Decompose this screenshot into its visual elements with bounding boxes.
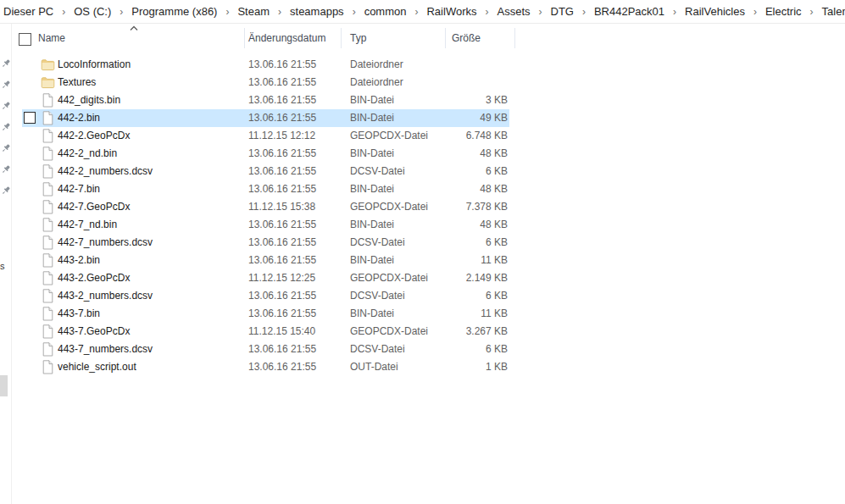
column-resize-handle[interactable] — [341, 28, 342, 48]
file-type: Dateiordner — [350, 56, 403, 74]
file-date: 13.06.16 21:55 — [248, 341, 316, 358]
file-list: LocoInformation 13.06.16 21:55 Dateiordn… — [0, 56, 845, 376]
breadcrumb-item[interactable]: Programme (x86) — [130, 5, 219, 18]
file-name: 443-2.GeoPcDx — [58, 269, 244, 287]
file-icon — [41, 129, 55, 143]
file-row[interactable]: 443-7_numbers.dcsv 13.06.16 21:55 DCSV-D… — [22, 341, 509, 358]
file-icon — [41, 200, 55, 214]
nav-scrollbar-thumb[interactable] — [0, 375, 8, 396]
file-size: 3.267 KB — [414, 323, 508, 341]
folder-icon — [41, 75, 55, 90]
file-icon — [41, 289, 55, 303]
file-date: 13.06.16 21:55 — [248, 287, 316, 305]
file-icon — [41, 218, 55, 232]
file-row[interactable]: 442-7_numbers.dcsv 13.06.16 21:55 DCSV-D… — [22, 234, 509, 252]
column-resize-handle[interactable] — [514, 28, 515, 48]
file-size: 11 KB — [414, 305, 508, 323]
breadcrumb-chevron-icon[interactable]: › — [532, 6, 549, 18]
file-row[interactable]: 442-2.GeoPcDx 11.12.15 12:12 GEOPCDX-Dat… — [22, 127, 509, 145]
file-size: 2.149 KB — [414, 269, 508, 287]
file-type: BIN-Datei — [350, 216, 394, 234]
file-date: 11.12.15 12:25 — [248, 269, 315, 287]
column-header-size[interactable]: Größe — [452, 24, 481, 53]
file-row[interactable]: 443-2.GeoPcDx 11.12.15 12:25 GEOPCDX-Dat… — [22, 269, 509, 287]
breadcrumb-item[interactable]: Dieser PC — [2, 5, 55, 18]
file-size: 49 KB — [414, 109, 508, 127]
breadcrumb-item[interactable]: Assets — [495, 5, 531, 18]
file-icon — [41, 147, 55, 161]
file-date: 13.06.16 21:55 — [248, 216, 316, 234]
breadcrumb-chevron-icon[interactable]: › — [747, 6, 764, 18]
select-all-checkbox[interactable] — [19, 33, 31, 46]
column-header-type[interactable]: Typ — [350, 24, 366, 53]
file-name: 443-2.bin — [58, 252, 244, 269]
file-size: 6 KB — [414, 163, 508, 180]
file-row[interactable]: LocoInformation 13.06.16 21:55 Dateiordn… — [22, 56, 509, 74]
file-date: 11.12.15 15:40 — [248, 323, 315, 341]
file-row[interactable]: 442-2.bin 13.06.16 21:55 BIN-Datei 49 KB — [22, 109, 509, 127]
file-row[interactable]: 442-2_numbers.dcsv 13.06.16 21:55 DCSV-D… — [22, 163, 509, 180]
file-name: 443-7_numbers.dcsv — [58, 341, 244, 358]
file-row[interactable]: 443-7.bin 13.06.16 21:55 BIN-Datei 11 KB — [22, 305, 509, 323]
file-name: Textures — [58, 74, 244, 91]
file-icon — [41, 235, 55, 250]
file-type: BIN-Datei — [350, 252, 394, 269]
file-size: 6.748 KB — [414, 127, 508, 145]
file-row[interactable]: 442-7_nd.bin 13.06.16 21:55 BIN-Datei 48… — [22, 216, 509, 234]
column-resize-handle[interactable] — [244, 28, 245, 48]
file-date: 11.12.15 15:38 — [248, 198, 315, 216]
list-header: Name Änderungsdatum Typ Größe — [12, 24, 845, 53]
column-resize-handle[interactable] — [445, 28, 446, 48]
file-type: BIN-Datei — [350, 109, 394, 127]
column-header-date[interactable]: Änderungsdatum — [248, 24, 325, 53]
file-name: 442-7_nd.bin — [58, 216, 244, 234]
file-date: 11.12.15 12:12 — [248, 127, 315, 145]
file-row[interactable]: 443-7.GeoPcDx 11.12.15 15:40 GEOPCDX-Dat… — [22, 323, 509, 341]
breadcrumb-chevron-icon[interactable]: › — [666, 6, 683, 18]
file-size: 3 KB — [414, 91, 508, 109]
file-date: 13.06.16 21:55 — [248, 358, 316, 376]
sort-ascending-icon — [129, 25, 139, 31]
file-date: 13.06.16 21:55 — [248, 163, 316, 180]
column-header-name[interactable]: Name — [38, 24, 65, 53]
file-date: 13.06.16 21:55 — [248, 180, 316, 198]
breadcrumb-item[interactable]: BR442Pack01 — [592, 5, 666, 18]
breadcrumb-item[interactable]: RailVehicles — [683, 5, 747, 18]
breadcrumb-chevron-icon[interactable]: › — [346, 6, 363, 18]
row-checkbox[interactable] — [24, 112, 36, 124]
breadcrumb-chevron-icon[interactable]: › — [55, 6, 72, 18]
breadcrumb-chevron-icon[interactable]: › — [271, 6, 288, 18]
file-type: OUT-Datei — [350, 358, 398, 376]
file-row[interactable]: vehicle_script.out 13.06.16 21:55 OUT-Da… — [22, 358, 509, 376]
file-name: vehicle_script.out — [58, 358, 244, 376]
breadcrumb-chevron-icon[interactable]: › — [408, 6, 425, 18]
breadcrumb-chevron-icon[interactable]: › — [803, 6, 820, 18]
file-type: BIN-Datei — [350, 91, 394, 109]
breadcrumb-item[interactable]: common — [363, 5, 409, 18]
file-name: 443-7.GeoPcDx — [58, 323, 244, 341]
file-date: 13.06.16 21:55 — [248, 252, 316, 269]
breadcrumb-item[interactable]: Talent2 — [820, 5, 845, 18]
file-name: 442-2.GeoPcDx — [58, 127, 244, 145]
breadcrumb-item[interactable]: DTG — [549, 5, 575, 18]
breadcrumb-item[interactable]: OS (C:) — [72, 5, 113, 18]
file-icon — [41, 164, 55, 179]
file-row[interactable]: 442_digits.bin 13.06.16 21:55 BIN-Datei … — [22, 91, 509, 109]
file-row[interactable]: 442-2_nd.bin 13.06.16 21:55 BIN-Datei 48… — [22, 145, 509, 163]
breadcrumb-item[interactable]: steamapps — [288, 5, 346, 18]
breadcrumb-chevron-icon[interactable]: › — [113, 6, 130, 18]
breadcrumb-chevron-icon[interactable]: › — [219, 6, 236, 18]
file-size: 48 KB — [414, 145, 508, 163]
file-size: 48 KB — [414, 216, 508, 234]
breadcrumb-item[interactable]: RailWorks — [425, 5, 478, 18]
breadcrumb-chevron-icon[interactable]: › — [478, 6, 495, 18]
file-icon — [41, 307, 55, 321]
file-row[interactable]: 442-7.GeoPcDx 11.12.15 15:38 GEOPCDX-Dat… — [22, 198, 509, 216]
file-row[interactable]: Textures 13.06.16 21:55 Dateiordner — [22, 74, 509, 91]
breadcrumb-chevron-icon[interactable]: › — [575, 6, 592, 18]
file-row[interactable]: 443-2.bin 13.06.16 21:55 BIN-Datei 11 KB — [22, 252, 509, 269]
breadcrumb-item[interactable]: Steam — [236, 5, 271, 18]
breadcrumb-item[interactable]: Electric — [764, 5, 803, 18]
file-row[interactable]: 442-7.bin 13.06.16 21:55 BIN-Datei 48 KB — [22, 180, 509, 198]
file-row[interactable]: 443-2_numbers.dcsv 13.06.16 21:55 DCSV-D… — [22, 287, 509, 305]
